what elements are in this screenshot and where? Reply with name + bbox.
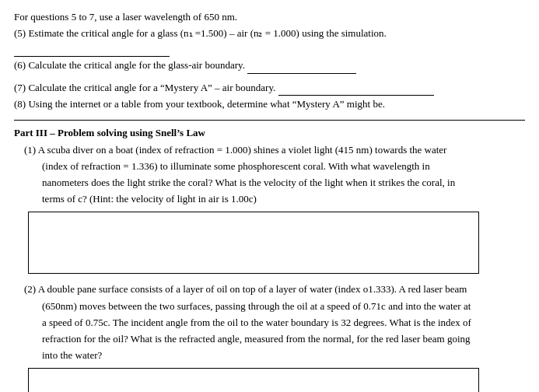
q2-line2: (650nm) moves between the two surfaces, …	[14, 299, 525, 314]
q2-line1: (2) A double pane surface consists of a …	[14, 282, 525, 297]
q2-line4: refraction for the oil? What is the refr…	[14, 331, 525, 347]
q2-line5: into the water?	[14, 348, 525, 363]
questions-5-7-intro: For questions 5 to 7, use a laser wavele…	[14, 9, 525, 74]
question-6: (6) Calculate the critical angle for the…	[14, 58, 525, 73]
question-2-block: (2) A double pane surface consists of a …	[14, 282, 525, 392]
q1-line4: terms of c? (Hint: the velocity of light…	[14, 191, 525, 207]
q2-answer-box	[28, 368, 479, 392]
q1-line2: (index of refraction = 1.336) to illumin…	[14, 159, 525, 174]
q1-line1: (1) A scuba diver on a boat (index of re…	[14, 142, 525, 158]
q1-answer-box	[28, 212, 479, 274]
wavelength-word: wavelength	[373, 160, 419, 172]
divider	[14, 120, 525, 121]
question-1-block: (1) A scuba diver on a boat (index of re…	[14, 142, 525, 275]
part3-header: Part III – Problem solving using Snell’s…	[14, 127, 525, 139]
q6-answer-blank	[247, 63, 356, 74]
intro-line: For questions 5 to 7, use a laser wavele…	[14, 9, 525, 25]
q1-line3: nanometers does the light strike the cor…	[14, 175, 525, 191]
q5-answer-blank	[14, 46, 170, 57]
q7-answer-blank	[278, 85, 434, 96]
question-5: (5) Estimate the critical angle for a gl…	[14, 26, 525, 57]
q2-line3: a speed of 0.75c. The incident angle fro…	[14, 315, 525, 331]
question-8: (8) Using the internet or a table from y…	[14, 96, 525, 112]
question-7: (7) Calculate the critical angle for a “…	[14, 80, 525, 96]
part3-section: Part III – Problem solving using Snell’s…	[14, 127, 525, 392]
questions-7-8: (7) Calculate the critical angle for a “…	[14, 80, 525, 112]
